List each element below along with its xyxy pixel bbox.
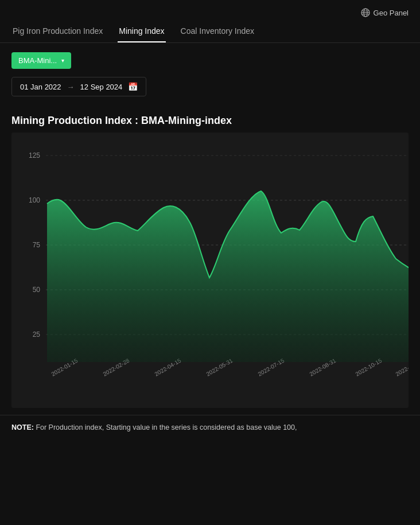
globe-icon [361, 8, 370, 17]
note-text: For Production index, Starting value in … [36, 423, 297, 431]
geo-panel-label: Geo Panel [374, 9, 409, 17]
svg-text:25: 25 [33, 330, 41, 339]
date-range-picker[interactable]: 01 Jan 2022 → 12 Sep 2024 📅 [11, 77, 146, 96]
chart-svg: 125 100 75 50 25 2022-01-15 2022-02-28 2… [11, 133, 409, 408]
geo-panel-button[interactable]: Geo Panel [361, 8, 409, 17]
chart-title: Mining Production Index : BMA-Mining-ind… [0, 106, 420, 133]
svg-text:125: 125 [29, 151, 40, 160]
chevron-down-icon: ▾ [61, 57, 64, 64]
svg-text:50: 50 [33, 286, 41, 294]
date-range-row: 01 Jan 2022 → 12 Sep 2024 📅 [0, 75, 420, 106]
tab-mining[interactable]: Mining Index [118, 22, 165, 42]
dropdown-label: BMA-Mini... [18, 56, 57, 65]
arrow-icon: → [67, 83, 75, 91]
controls-row: BMA-Mini... ▾ [0, 43, 420, 75]
tab-pig-iron[interactable]: Pig Iron Production Index [11, 22, 104, 42]
date-start: 01 Jan 2022 [20, 83, 61, 91]
chart-container: 125 100 75 50 25 2022-01-15 2022-02-28 2… [11, 133, 409, 408]
note-prefix: NOTE: [11, 423, 34, 431]
tabs-row: Pig Iron Production Index Mining Index C… [0, 22, 420, 43]
tab-coal[interactable]: Coal Inventory Index [180, 22, 255, 42]
svg-rect-6 [11, 133, 46, 385]
calendar-icon: 📅 [128, 82, 138, 91]
svg-text:75: 75 [33, 241, 41, 249]
date-end: 12 Sep 2024 [80, 83, 123, 91]
series-dropdown[interactable]: BMA-Mini... ▾ [11, 52, 71, 69]
note-bar: NOTE: For Production index, Starting val… [0, 415, 420, 440]
svg-text:100: 100 [29, 196, 40, 204]
top-bar: Geo Panel [0, 0, 420, 22]
